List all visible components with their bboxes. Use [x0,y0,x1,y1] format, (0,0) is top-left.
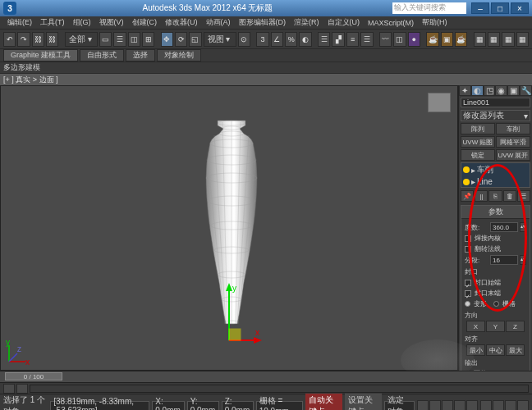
segments-spinner[interactable]: 16 [490,255,518,265]
align-center-button[interactable]: 中心 [486,344,505,356]
setkey-button[interactable]: 设置关键点 [345,394,382,411]
minimize-button[interactable]: – [471,2,489,14]
align-button[interactable]: ≡ [346,32,359,47]
preset-lathe[interactable]: 车削 [496,123,530,134]
menu-tools[interactable]: 工具(T) [40,17,65,28]
menu-modifiers[interactable]: 修改器(U) [165,17,198,28]
preset-lock[interactable]: 锁定 [461,149,495,161]
menu-render[interactable]: 渲染(R) [294,17,319,28]
render-frame-button[interactable]: ▣ [441,32,453,47]
help-search[interactable]: 输入关键词搜索 [392,2,466,14]
capend-checkbox[interactable] [465,290,471,297]
redo-button[interactable]: ↷ [17,32,30,47]
maximize-viewport-button[interactable] [517,400,529,411]
select-button[interactable]: ▭ [99,32,112,47]
axis-z-button[interactable]: Z [506,321,525,332]
named-sel-button[interactable]: ☰ [318,32,330,47]
track-ruler[interactable] [30,385,529,393]
motion-tab[interactable]: ◉ [495,85,507,96]
tab-graphite[interactable]: Graphite 建模工具 [3,49,78,61]
link-button[interactable]: ⛓ [32,32,44,47]
prev-frame-button[interactable] [429,400,441,411]
utilities-tab[interactable]: 🔧 [520,85,532,96]
lightbulb-icon[interactable] [463,179,470,185]
menu-animation[interactable]: 动画(A) [206,17,231,28]
menu-graph[interactable]: 图形编辑器(D) [239,17,287,28]
menu-help[interactable]: 帮助(H) [422,17,447,28]
lightbulb-icon[interactable] [463,166,470,173]
spinner-arrows-icon[interactable]: ▴▾ [520,222,526,232]
tab-selection[interactable]: 选择 [126,49,155,61]
frame-indicator[interactable]: 0 / 100 [5,372,62,380]
trackbar-button[interactable] [3,384,15,394]
refcoord-dropdown[interactable]: 视图 ▾ [204,32,236,47]
maximize-button[interactable]: □ [491,2,509,14]
move-gizmo[interactable]: y x [221,283,262,348]
display-tab[interactable]: ▣ [507,85,520,96]
rollout-header[interactable]: 参数 [461,206,530,219]
viewport[interactable]: y x y x z [0,85,458,371]
angle-snap-button[interactable]: ∠ [271,32,283,47]
undo-button[interactable]: ↶ [3,32,16,47]
grid-radio[interactable] [493,301,499,307]
make-unique-button[interactable]: ⎘ [488,190,502,202]
pan-button[interactable] [480,400,492,411]
preset-array[interactable]: 阵列 [461,123,495,134]
tool4-button[interactable]: ▦ [516,32,529,47]
trackbar-button[interactable] [16,384,28,394]
goto-start-button[interactable] [417,400,429,411]
render-button[interactable]: ☕ [455,32,467,47]
morph-radio[interactable] [465,301,470,307]
stack-item-lathe[interactable]: ▸车削 [461,163,530,176]
preset-uvwunwrap[interactable]: UVW 展开 [496,149,530,161]
tab-objectpaint[interactable]: 对象绘制 [157,49,201,61]
configure-button[interactable]: ☰ [517,190,530,202]
move-button[interactable]: ✥ [161,32,173,47]
menu-create[interactable]: 创建(C) [132,17,158,28]
viewport-label-bar[interactable]: [+ ] 真实 > 边面 ] [0,74,532,85]
tool2-button[interactable]: ▦ [488,32,500,47]
y-coord[interactable]: Y: 0.0mm [187,401,219,411]
scale-button[interactable]: ◱ [189,32,201,47]
show-result-button[interactable]: || [475,190,488,202]
schematic-button[interactable]: ◫ [393,32,406,47]
pin-stack-button[interactable]: 📌 [461,190,474,202]
modify-tab[interactable]: ◐ [471,85,484,96]
hierarchy-tab[interactable]: ◳ [484,85,496,96]
degrees-spinner[interactable]: 360.0 [490,222,518,232]
flip-checkbox[interactable] [465,246,471,253]
spinner-snap-button[interactable]: ◐ [299,32,311,47]
spinner-arrows-icon[interactable]: ▴▾ [520,255,526,265]
close-button[interactable]: × [511,2,529,14]
capstart-checkbox[interactable] [465,280,471,286]
curve-editor-button[interactable]: 〰 [379,32,392,47]
material-button[interactable]: ● [408,32,420,47]
remove-mod-button[interactable]: 🗑 [503,190,516,202]
align-min-button[interactable]: 最小 [466,344,485,356]
play-button[interactable] [442,400,453,411]
menu-views[interactable]: 视图(V) [99,17,124,28]
autokey-button[interactable]: 自动关键点 [305,394,342,411]
axis-x-button[interactable]: X [466,321,485,332]
tab-freeform[interactable]: 自由形式 [80,49,124,61]
mirror-button[interactable]: ▞ [332,32,344,47]
rotate-button[interactable]: ⟳ [175,32,187,47]
tool1-button[interactable]: ▦ [474,32,486,47]
menu-customize[interactable]: 自定义(U) [328,17,360,28]
create-tab[interactable]: ✦ [459,85,471,96]
selection-filter[interactable]: 全部 ▾ [65,32,98,47]
stack-item-line[interactable]: ▸Line [461,176,530,187]
object-name-field[interactable]: Line001 [461,98,530,107]
menu-maxscript[interactable]: MAXScript(M) [368,19,414,27]
selset-dropdown[interactable]: 选定对象 [384,401,415,411]
snap-button[interactable]: 3 [256,32,268,47]
render-setup-button[interactable]: ☕ [426,32,438,47]
time-slider[interactable]: 0 / 100 [0,371,532,382]
tool3-button[interactable]: ▦ [502,32,514,47]
select-name-button[interactable]: ☰ [113,32,126,47]
modifier-stack[interactable]: ▸车削 ▸Line [461,162,530,188]
layers-button[interactable]: ☰ [360,32,373,47]
select-region-button[interactable]: ◫ [128,32,140,47]
menu-group[interactable]: 组(G) [73,17,91,28]
window-crossing-button[interactable]: ⊞ [142,32,154,47]
